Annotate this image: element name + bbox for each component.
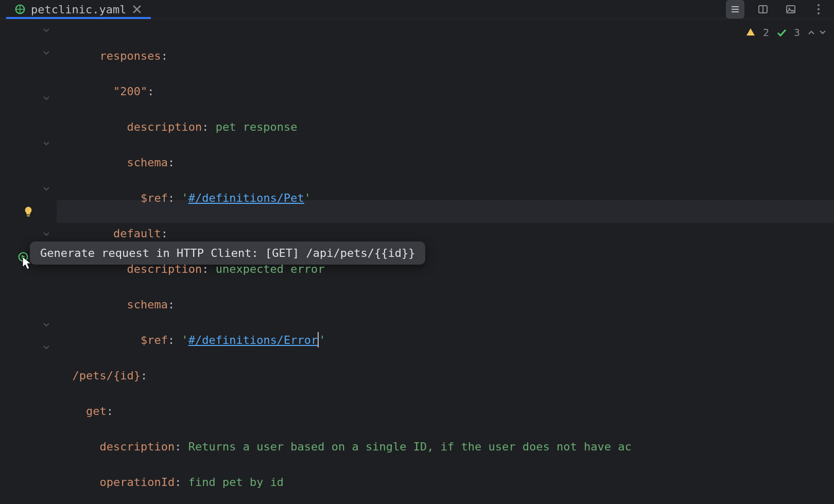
fold-toggle[interactable] bbox=[0, 42, 57, 64]
svg-point-5 bbox=[818, 8, 820, 10]
close-icon[interactable] bbox=[131, 4, 143, 15]
fold-toggle[interactable] bbox=[0, 314, 57, 336]
list-view-button[interactable] bbox=[726, 0, 744, 19]
mouse-pointer-icon bbox=[22, 256, 33, 270]
code-area[interactable]: responses: "200": description: pet respo… bbox=[57, 19, 834, 504]
svg-point-6 bbox=[818, 12, 820, 14]
fold-toggle[interactable] bbox=[0, 178, 57, 200]
split-view-button[interactable] bbox=[754, 0, 772, 19]
svg-point-4 bbox=[818, 4, 820, 6]
fold-toggle[interactable] bbox=[0, 336, 57, 359]
tab-bar: petclinic.yaml bbox=[0, 0, 834, 19]
code-editor[interactable]: 2 3 responses: bbox=[0, 19, 834, 504]
file-tab[interactable]: petclinic.yaml bbox=[6, 0, 151, 19]
tab-bar-left: petclinic.yaml bbox=[6, 0, 151, 19]
tab-filename: petclinic.yaml bbox=[31, 3, 126, 16]
fold-toggle[interactable] bbox=[0, 132, 57, 155]
preview-image-button[interactable] bbox=[781, 0, 800, 19]
tab-bar-right bbox=[726, 0, 828, 19]
fold-toggle[interactable] bbox=[0, 19, 57, 42]
fold-toggle[interactable] bbox=[0, 87, 57, 110]
openapi-icon bbox=[14, 4, 26, 15]
more-actions-button[interactable] bbox=[809, 0, 828, 19]
ide-window: petclinic.yaml 2 3 bbox=[0, 0, 834, 504]
intention-bulb-icon[interactable] bbox=[0, 200, 57, 223]
